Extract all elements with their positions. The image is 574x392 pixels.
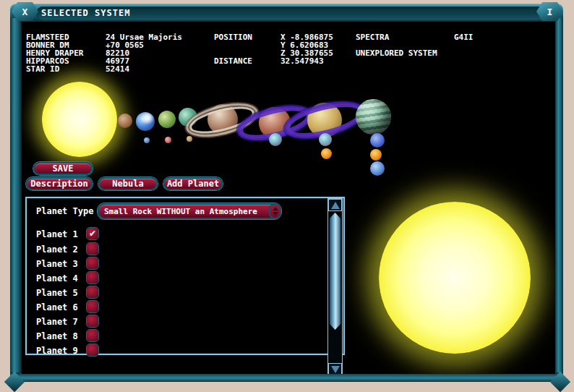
close-icon: X	[22, 7, 28, 17]
distance-label: DISTANCE	[214, 56, 252, 66]
selected-system-window: SELECTED SYSTEM FLAMSTEED BONNER DM HENR…	[10, 4, 563, 382]
window-title: SELECTED SYSTEM	[41, 8, 130, 18]
green-planet-image	[158, 111, 176, 128]
planet-row: Planet 1 ✔	[27, 228, 343, 240]
planet-row-label: Planet 7	[36, 317, 78, 327]
distance-value: 32.547943	[280, 56, 324, 66]
scroll-down-button[interactable]	[328, 363, 342, 374]
planet-row: Planet 4	[27, 272, 343, 284]
planet-checkbox[interactable]	[87, 272, 98, 284]
planet-row: Planet 7	[27, 315, 343, 328]
spinner-up-icon[interactable]	[273, 207, 278, 210]
spectra-label: SPECTRA	[356, 33, 389, 42]
check-icon: ✔	[89, 229, 96, 238]
star-image	[42, 82, 117, 157]
planet-checkbox[interactable]	[87, 330, 98, 341]
window-frame-right	[554, 18, 563, 382]
planet-row: Planet 9	[27, 344, 343, 357]
planet-row: Planet 2	[27, 243, 343, 255]
planet-checkbox[interactable]: ✔	[87, 228, 98, 239]
planet-row-label: Planet 3	[36, 259, 78, 269]
planet-type-label: Planet Type	[36, 206, 93, 216]
moon-image	[144, 137, 150, 143]
planet-row-label: Planet 9	[36, 346, 78, 356]
planet-checkbox[interactable]	[87, 286, 98, 298]
window-frame-left	[10, 18, 22, 382]
moon-image	[321, 148, 332, 159]
scroll-up-icon	[331, 202, 340, 209]
spectra-value: G4II	[454, 33, 474, 42]
moon-image	[165, 137, 171, 143]
scroll-up-button[interactable]	[328, 199, 342, 211]
scrollbar-thumb[interactable]	[330, 213, 340, 330]
planet-type-dropdown[interactable]: Small Rock WITHOUT an Atmosphere	[98, 203, 281, 219]
planet-row-label: Planet 8	[36, 331, 78, 341]
save-button[interactable]: SAVE	[33, 162, 93, 175]
planet-checkbox[interactable]	[87, 315, 98, 327]
planet-checkbox[interactable]	[87, 257, 98, 269]
add-planet-button[interactable]: Add Planet	[163, 177, 223, 190]
planet-row: Planet 6	[27, 301, 343, 313]
moon-image	[370, 133, 385, 148]
moon-image	[370, 149, 382, 161]
desktop: { "window": { "title": "SELECTED SYSTEM"…	[0, 0, 574, 392]
planet-row-label: Planet 5	[36, 288, 78, 298]
moon-image	[319, 133, 332, 146]
nebula-button[interactable]: Nebula	[98, 177, 158, 190]
scroll-down-icon	[331, 366, 340, 373]
position-label: POSITION	[214, 33, 252, 42]
planet-row-label: Planet 6	[36, 302, 78, 312]
frame-ornament-left	[4, 372, 25, 392]
moon-image	[269, 133, 282, 146]
planet-checkbox[interactable]	[87, 344, 98, 356]
catalog-label: STAR ID	[26, 64, 59, 74]
planet-checkbox[interactable]	[87, 243, 98, 255]
planet-row-label: Planet 2	[36, 244, 78, 255]
ocean-planet-image	[136, 112, 155, 131]
star-preview-image	[379, 202, 531, 354]
planet-checkbox[interactable]	[87, 301, 98, 312]
planet-row: Planet 5	[27, 286, 343, 299]
planet-row-label: Planet 1	[36, 229, 78, 239]
planet-row-label: Planet 4	[36, 273, 78, 284]
window-content: FLAMSTEED BONNER DM HENRY DRAPER HIPPARC…	[22, 22, 555, 374]
dropdown-spinner[interactable]	[269, 203, 281, 219]
rock-planet-image	[118, 114, 132, 128]
planet-type-value: Small Rock WITHOUT an Atmosphere	[104, 207, 257, 216]
titlebar[interactable]: SELECTED SYSTEM	[10, 4, 563, 22]
gas-giant-image	[356, 99, 391, 135]
system-status: UNEXPLORED SYSTEM	[356, 48, 437, 58]
planet-row: Planet 8	[27, 330, 343, 342]
planet-list-scrollbar[interactable]	[327, 198, 343, 374]
description-button[interactable]: Description	[26, 177, 93, 190]
moon-image	[187, 136, 192, 142]
moon-image	[370, 161, 385, 176]
planet-list-panel: Planet Type Small Rock WITHOUT an Atmosp…	[25, 197, 345, 355]
frame-ornament-right	[550, 372, 570, 392]
info-icon: I	[547, 7, 553, 17]
spinner-down-icon[interactable]	[273, 212, 278, 216]
planet-row: Planet 3	[27, 257, 343, 270]
catalog-value: 52414	[106, 64, 129, 74]
